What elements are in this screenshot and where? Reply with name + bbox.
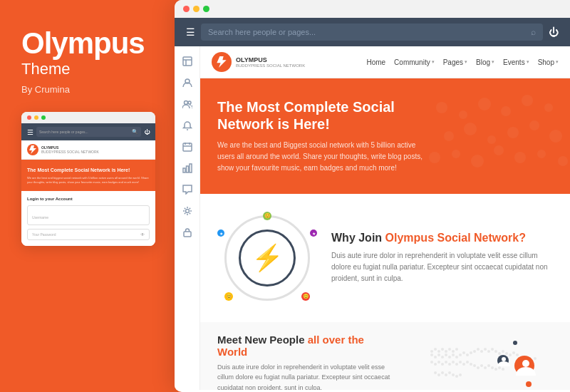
svg-rect-12 xyxy=(183,168,185,172)
svg-point-103 xyxy=(459,373,462,376)
hero-description: We are the best and Biggest social netwo… xyxy=(217,140,431,174)
why-join-section: ⚡ 😊 😊 😊 ★ ★ Why Join Olympus Social Netw… xyxy=(200,194,570,322)
svg-point-95 xyxy=(502,368,504,371)
nav-link-shop[interactable]: Shop ▾ xyxy=(538,58,559,66)
mini-search-placeholder: Search here people or pages... xyxy=(39,130,88,134)
sidebar-icon-lock[interactable] xyxy=(180,225,195,240)
nav-logo-icon xyxy=(212,52,232,72)
sidebar-icon-user[interactable] xyxy=(180,75,195,91)
site-topbar: ☰ Search here people or pages... ⌕ ⏻ xyxy=(175,18,570,46)
svg-point-49 xyxy=(445,354,447,356)
svg-point-94 xyxy=(498,366,501,369)
chevron-down-icon: ▾ xyxy=(432,59,435,65)
svg-point-105 xyxy=(522,360,529,367)
main-preview: ☰ Search here people or pages... ⌕ ⏻ xyxy=(175,0,570,392)
mini-password-field[interactable]: Your Password 👁 xyxy=(27,229,150,240)
mini-username-field[interactable]: Username xyxy=(27,205,150,225)
why-join-content: Why Join Olympus Social Network? Duis au… xyxy=(331,232,553,284)
mini-hero-text: We are the best and biggest social netwo… xyxy=(27,176,150,184)
mini-eye-icon: 👁 xyxy=(140,232,145,237)
svg-point-97 xyxy=(437,373,440,376)
svg-point-89 xyxy=(480,364,483,367)
sidebar-icon-users[interactable] xyxy=(180,96,195,112)
mini-search-bar: Search here people or pages... 🔍 xyxy=(36,127,141,137)
svg-point-54 xyxy=(462,351,465,354)
search-icon: ⌕ xyxy=(531,27,536,37)
svg-point-100 xyxy=(448,371,451,374)
chevron-down-icon: ▾ xyxy=(527,59,529,65)
chevron-down-icon: ▾ xyxy=(492,59,494,65)
svg-point-6 xyxy=(188,101,191,104)
mini-browser-bar xyxy=(21,112,155,123)
sidebar-icon-chart[interactable] xyxy=(180,160,195,176)
svg-point-98 xyxy=(441,371,444,374)
why-join-description: Duis aute irure dolor in reprehenderit i… xyxy=(331,250,553,284)
svg-point-99 xyxy=(445,373,447,376)
svg-point-75 xyxy=(430,361,433,363)
power-icon[interactable]: ⏻ xyxy=(549,26,559,38)
svg-point-43 xyxy=(452,350,455,353)
nav-link-blog[interactable]: Blog ▾ xyxy=(476,58,494,66)
svg-point-40 xyxy=(441,348,444,351)
chevron-down-icon: ▾ xyxy=(556,59,559,65)
svg-point-60 xyxy=(484,348,487,351)
svg-point-69 xyxy=(516,354,519,356)
mini-topbar: ☰ Search here people or pages... 🔍 ⏻ xyxy=(21,123,155,140)
svg-point-22 xyxy=(522,95,533,106)
browser-bar xyxy=(175,0,570,18)
svg-point-52 xyxy=(455,356,458,359)
hero-bg-pattern xyxy=(428,78,570,194)
svg-point-84 xyxy=(462,363,465,366)
sidebar-icon-settings[interactable] xyxy=(180,203,195,219)
svg-point-28 xyxy=(529,120,539,130)
sidebar-icon-bell[interactable] xyxy=(180,118,195,133)
nav-link-home[interactable]: Home xyxy=(366,58,385,66)
svg-point-96 xyxy=(434,371,437,374)
nav-link-community[interactable]: Community ▾ xyxy=(394,58,435,66)
svg-marker-17 xyxy=(217,56,226,68)
svg-point-39 xyxy=(437,350,440,353)
mini-dot-yellow xyxy=(34,115,38,120)
svg-point-83 xyxy=(459,361,462,363)
svg-point-78 xyxy=(441,363,444,366)
svg-point-33 xyxy=(494,145,504,155)
lightning-graphic: ⚡ 😊 😊 😊 ★ ★ xyxy=(217,208,317,308)
mini-power-icon: ⏻ xyxy=(144,129,150,135)
svg-point-50 xyxy=(448,356,451,359)
meet-description: Duis aute irure dolor in reprehenderit i… xyxy=(217,362,396,390)
svg-point-24 xyxy=(444,131,454,141)
nav-links: Home Community ▾ Pages ▾ Blog ▾ xyxy=(366,58,559,66)
float-icon-top: 😊 xyxy=(263,212,271,220)
nav-link-pages[interactable]: Pages ▾ xyxy=(443,58,467,66)
brand-subtitle: Theme xyxy=(21,60,155,78)
nav-logo-subtitle: BUDDYPRESS SOCIAL NETWORK xyxy=(236,63,305,68)
svg-point-88 xyxy=(477,366,480,369)
svg-point-27 xyxy=(507,127,519,138)
mini-hero: The Most Complete Social Network is Here… xyxy=(21,160,155,191)
sidebar-icon-chat[interactable] xyxy=(180,182,195,197)
nav-link-events[interactable]: Events ▾ xyxy=(503,58,529,66)
svg-point-93 xyxy=(494,368,497,371)
svg-point-21 xyxy=(501,106,511,116)
mini-dot-red xyxy=(27,115,31,120)
svg-rect-13 xyxy=(186,166,188,172)
mini-hamburger-icon: ☰ xyxy=(27,128,33,136)
lightning-inner-circle: ⚡ xyxy=(239,229,296,287)
lightning-outer-circle: ⚡ xyxy=(224,215,310,301)
svg-point-57 xyxy=(473,350,476,353)
sidebar-icon-calendar[interactable] xyxy=(180,139,195,155)
svg-point-48 xyxy=(441,356,444,359)
search-bar[interactable]: Search here people or pages... ⌕ xyxy=(201,24,543,41)
lightning-bolt-icon: ⚡ xyxy=(252,243,284,273)
mini-logo-icon xyxy=(27,144,38,155)
svg-point-58 xyxy=(477,348,480,351)
hero-title: The Most Complete Social Network is Here… xyxy=(217,98,403,133)
svg-point-90 xyxy=(484,366,487,369)
hamburger-icon[interactable]: ☰ xyxy=(186,26,195,38)
svg-point-59 xyxy=(480,350,483,353)
mini-logo-text: OLYMPUS BUDDYPRESS SOCIAL NETWORK xyxy=(41,145,99,154)
svg-point-66 xyxy=(505,352,508,355)
sidebar-icon-home[interactable] xyxy=(180,53,195,69)
left-panel: Olympus Theme By Crumina ☰ Search here p… xyxy=(0,0,177,392)
svg-point-46 xyxy=(434,356,437,359)
